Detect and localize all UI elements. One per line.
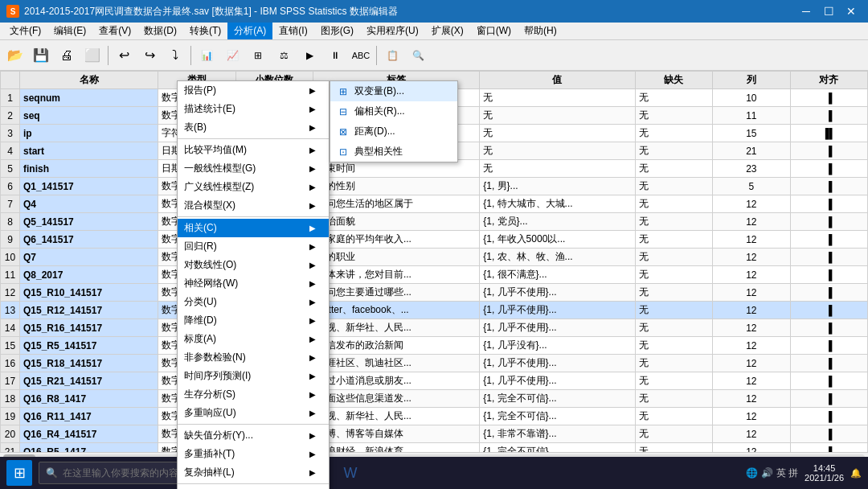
var-col[interactable]: 12 bbox=[713, 231, 790, 249]
var-label[interactable]: 您的职业 bbox=[313, 249, 479, 266]
var-value[interactable]: {1, 完全不可信}... bbox=[480, 443, 635, 453]
table-row[interactable]: 17 Q15_R21_141517 数字 0 通过小道消息或朋友... {1, … bbox=[1, 372, 868, 390]
menu-correlate[interactable]: 相关(C)▶ bbox=[178, 219, 329, 237]
var-missing[interactable]: 无 bbox=[635, 231, 712, 249]
menu-graph[interactable]: 图形(G) bbox=[314, 23, 360, 39]
var-missing[interactable]: 无 bbox=[635, 425, 712, 443]
menu-file[interactable]: 文件(F) bbox=[3, 23, 47, 39]
menu-regression[interactable]: 回归(R)▶ bbox=[178, 237, 329, 256]
menu-mixed[interactable]: 混合模型(X)▶ bbox=[178, 196, 329, 215]
var-value[interactable]: {1, 几乎不使用}... bbox=[480, 355, 635, 372]
var-label[interactable]: 总体来讲，您对目前... bbox=[313, 266, 479, 284]
var-name[interactable]: Q16_R11_1417 bbox=[20, 408, 158, 425]
var-name[interactable]: Q15_R18_141517 bbox=[20, 355, 158, 372]
menu-bivariate[interactable]: ⊞ 双变量(B)... bbox=[330, 81, 457, 101]
var-align[interactable]: ▐ bbox=[790, 372, 867, 390]
var-col[interactable]: 12 bbox=[713, 284, 790, 302]
menu-utilities[interactable]: 实用程序(U) bbox=[360, 23, 425, 39]
menu-extension[interactable]: 扩展(X) bbox=[425, 23, 470, 39]
var-name[interactable]: Q15_R5_141517 bbox=[20, 337, 158, 355]
menu-nonparametric[interactable]: 非参数检验(N)▶ bbox=[178, 348, 329, 367]
var-label[interactable]: 微博、博客等自媒体 bbox=[313, 425, 479, 443]
var-missing[interactable]: 无 bbox=[635, 142, 712, 160]
var-align[interactable]: ▐ bbox=[790, 213, 867, 231]
tray-lang[interactable]: 英 拼 bbox=[776, 466, 798, 480]
tb-scale[interactable]: ⚖ bbox=[272, 43, 296, 68]
menu-simulation[interactable]: 模拟(I)... bbox=[178, 486, 329, 489]
var-col[interactable]: 11 bbox=[713, 107, 790, 125]
var-label[interactable]: 请问您主要通过哪些... bbox=[313, 284, 479, 302]
var-col[interactable]: 12 bbox=[713, 372, 790, 390]
col-missing[interactable]: 缺失 bbox=[635, 72, 712, 89]
var-align[interactable]: ▐ bbox=[790, 195, 867, 213]
var-col[interactable]: 12 bbox=[713, 266, 790, 284]
tb-undo[interactable]: ↩ bbox=[112, 43, 136, 68]
maximize-button[interactable]: ☐ bbox=[818, 3, 839, 19]
tb-chart1[interactable]: 📊 bbox=[194, 43, 219, 68]
var-align[interactable]: ▐ bbox=[790, 160, 867, 178]
var-align[interactable]: ▐ bbox=[790, 302, 867, 319]
var-col[interactable]: 12 bbox=[713, 443, 790, 453]
var-align[interactable]: ▐ bbox=[790, 178, 867, 195]
var-name[interactable]: Q15_R10_141517 bbox=[20, 284, 158, 302]
menu-missing-value[interactable]: 缺失值分析(Y)...▶ bbox=[178, 426, 329, 445]
tb-save[interactable]: 💾 bbox=[29, 43, 53, 68]
tb-chart2[interactable]: 📈 bbox=[220, 43, 244, 68]
var-value[interactable]: {1, 几乎不使用}... bbox=[480, 302, 635, 319]
analyze-menu[interactable]: 报告(P)▶ 描述统计(E)▶ 表(B)▶ 比较平均值(M)▶ 一般线性模型(G… bbox=[177, 80, 330, 489]
menu-scale[interactable]: 标度(A)▶ bbox=[178, 330, 329, 348]
menu-glm[interactable]: 一般线性模型(G)▶ bbox=[178, 159, 329, 178]
var-align[interactable]: ▐ bbox=[790, 284, 867, 302]
menu-generalized[interactable]: 广义线性模型(Z)▶ bbox=[178, 178, 329, 196]
menu-dimension[interactable]: 降维(D)▶ bbox=[178, 311, 329, 330]
tb-goto[interactable]: ⤵ bbox=[163, 43, 187, 68]
tb-var2[interactable]: 🔍 bbox=[406, 43, 430, 68]
var-name[interactable]: seqnum bbox=[20, 89, 158, 107]
minimize-button[interactable]: ─ bbox=[796, 3, 817, 19]
var-missing[interactable]: 无 bbox=[635, 355, 712, 372]
tb-run[interactable]: ▶ bbox=[297, 43, 321, 68]
table-row[interactable]: 9 Q6_141517 数字 0 您家庭的平均年收入... {1, 年收入500… bbox=[1, 231, 868, 249]
menu-canonical[interactable]: ⊡ 典型相关性 bbox=[330, 142, 457, 162]
var-missing[interactable]: 无 bbox=[635, 284, 712, 302]
var-name[interactable]: Q15_R21_141517 bbox=[20, 372, 158, 390]
var-name[interactable]: Q1_141517 bbox=[20, 178, 158, 195]
tb-open[interactable]: 📂 bbox=[3, 43, 27, 68]
var-label[interactable]: 天涯社区、凯迪社区... bbox=[313, 355, 479, 372]
var-col[interactable]: 12 bbox=[713, 302, 790, 319]
menu-timeseries[interactable]: 时间序列预测(I)▶ bbox=[178, 367, 329, 385]
var-col[interactable]: 21 bbox=[713, 142, 790, 160]
var-name[interactable]: Q15_R12_141517 bbox=[20, 302, 158, 319]
menu-multiple-imputation[interactable]: 多重插补(T)▶ bbox=[178, 445, 329, 463]
var-align[interactable]: ▐ bbox=[790, 249, 867, 266]
col-name[interactable]: 名称 bbox=[20, 72, 158, 89]
var-name[interactable]: Q8_2017 bbox=[20, 266, 158, 284]
var-col[interactable]: 12 bbox=[713, 355, 790, 372]
var-align[interactable]: ▐ bbox=[790, 231, 867, 249]
var-align[interactable]: ▐ bbox=[790, 142, 867, 160]
var-name[interactable]: seq bbox=[20, 107, 158, 125]
menu-edit[interactable]: 编辑(E) bbox=[47, 23, 92, 39]
var-value[interactable]: 无 bbox=[480, 89, 635, 107]
col-value[interactable]: 值 bbox=[480, 72, 635, 89]
var-align[interactable]: ▐ bbox=[790, 390, 867, 408]
menu-loglinear[interactable]: 对数线性(O)▶ bbox=[178, 256, 329, 274]
var-col[interactable]: 12 bbox=[713, 319, 790, 337]
table-row[interactable]: 10 Q7 数字 0 您的职业 {1, 农、林、牧、渔... 无 12 ▐ bbox=[1, 249, 868, 266]
col-col[interactable]: 列 bbox=[713, 72, 790, 89]
var-value[interactable]: 无 bbox=[480, 107, 635, 125]
var-name[interactable]: Q5_141517 bbox=[20, 213, 158, 231]
var-label[interactable]: 微信发布的政治新闻 bbox=[313, 337, 479, 355]
var-missing[interactable]: 无 bbox=[635, 249, 712, 266]
var-col[interactable]: 23 bbox=[713, 160, 790, 178]
menu-report[interactable]: 报告(P)▶ bbox=[178, 81, 329, 100]
menu-neural[interactable]: 神经网络(W)▶ bbox=[178, 274, 329, 293]
var-align[interactable]: ▐ bbox=[790, 337, 867, 355]
var-name[interactable]: start bbox=[20, 142, 158, 160]
var-align[interactable]: ▐ bbox=[790, 355, 867, 372]
var-missing[interactable]: 无 bbox=[635, 408, 712, 425]
var-name[interactable]: Q7 bbox=[20, 249, 158, 266]
var-value[interactable]: 无 bbox=[480, 142, 635, 160]
var-name[interactable]: Q16_R4_141517 bbox=[20, 425, 158, 443]
notification-icon[interactable]: 🔔 bbox=[850, 468, 862, 479]
